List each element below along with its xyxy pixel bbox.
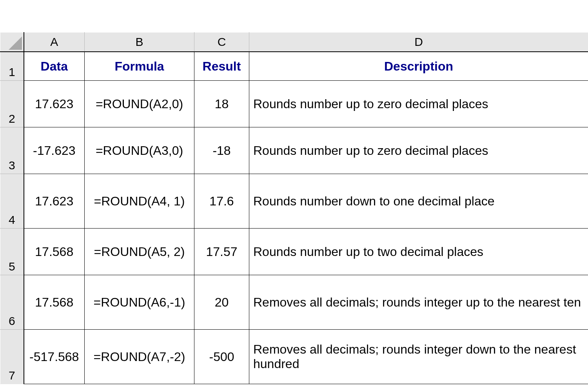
row-header-4[interactable]: 4 <box>0 174 24 229</box>
column-header-B[interactable]: B <box>85 33 194 52</box>
cell-B3[interactable]: =ROUND(A3,0) <box>85 127 194 174</box>
cell-D2[interactable]: Rounds number up to zero decimal places <box>249 81 588 127</box>
cell-D1[interactable]: Description <box>249 52 588 81</box>
cell-A7[interactable]: -517.568 <box>24 330 85 384</box>
cell-D3[interactable]: Rounds number up to zero decimal places <box>249 127 588 174</box>
row-header-6[interactable]: 6 <box>0 275 24 330</box>
table-row: 3 -17.623 =ROUND(A3,0) -18 Rounds number… <box>0 127 588 174</box>
cell-A4[interactable]: 17.623 <box>24 174 85 229</box>
cell-B4[interactable]: =ROUND(A4, 1) <box>85 174 194 229</box>
cell-A6[interactable]: 17.568 <box>24 275 85 330</box>
cell-C7[interactable]: -500 <box>194 330 249 384</box>
cell-B5[interactable]: =ROUND(A5, 2) <box>85 229 194 275</box>
table-row: 5 17.568 =ROUND(A5, 2) 17.57 Rounds numb… <box>0 229 588 275</box>
cell-C3[interactable]: -18 <box>194 127 249 174</box>
column-header-row: A B C D <box>0 33 588 52</box>
select-all-corner[interactable] <box>0 33 24 52</box>
select-all-icon <box>9 36 22 50</box>
cell-C5[interactable]: 17.57 <box>194 229 249 275</box>
cell-A3[interactable]: -17.623 <box>24 127 85 174</box>
table-row: 6 17.568 =ROUND(A6,-1) 20 Removes all de… <box>0 275 588 330</box>
row-header-5[interactable]: 5 <box>0 229 24 275</box>
spreadsheet: A B C D 1 Data Formula Result Descriptio… <box>0 32 588 384</box>
cell-A1[interactable]: Data <box>24 52 85 81</box>
cell-D6[interactable]: Removes all decimals; rounds integer up … <box>249 275 588 330</box>
row-header-1[interactable]: 1 <box>0 52 24 81</box>
column-header-D[interactable]: D <box>249 33 588 52</box>
row-header-2[interactable]: 2 <box>0 81 24 127</box>
cell-B7[interactable]: =ROUND(A7,-2) <box>85 330 194 384</box>
table-row: 1 Data Formula Result Description <box>0 52 588 81</box>
cell-D5[interactable]: Rounds number up to two decimal places <box>249 229 588 275</box>
cell-A2[interactable]: 17.623 <box>24 81 85 127</box>
cell-D7[interactable]: Removes all decimals; rounds integer dow… <box>249 330 588 384</box>
cell-B1[interactable]: Formula <box>85 52 194 81</box>
column-header-C[interactable]: C <box>194 33 249 52</box>
cell-B2[interactable]: =ROUND(A2,0) <box>85 81 194 127</box>
cell-A5[interactable]: 17.568 <box>24 229 85 275</box>
table-row: 4 17.623 =ROUND(A4, 1) 17.6 Rounds numbe… <box>0 174 588 229</box>
row-header-3[interactable]: 3 <box>0 127 24 174</box>
cell-C4[interactable]: 17.6 <box>194 174 249 229</box>
cell-C2[interactable]: 18 <box>194 81 249 127</box>
cell-C6[interactable]: 20 <box>194 275 249 330</box>
row-header-7[interactable]: 7 <box>0 330 24 384</box>
column-header-A[interactable]: A <box>24 33 85 52</box>
table-row: 2 17.623 =ROUND(A2,0) 18 Rounds number u… <box>0 81 588 127</box>
table-row: 7 -517.568 =ROUND(A7,-2) -500 Removes al… <box>0 330 588 384</box>
cell-D4[interactable]: Rounds number down to one decimal place <box>249 174 588 229</box>
cell-C1[interactable]: Result <box>194 52 249 81</box>
cell-B6[interactable]: =ROUND(A6,-1) <box>85 275 194 330</box>
grid-table: A B C D 1 Data Formula Result Descriptio… <box>0 32 588 384</box>
